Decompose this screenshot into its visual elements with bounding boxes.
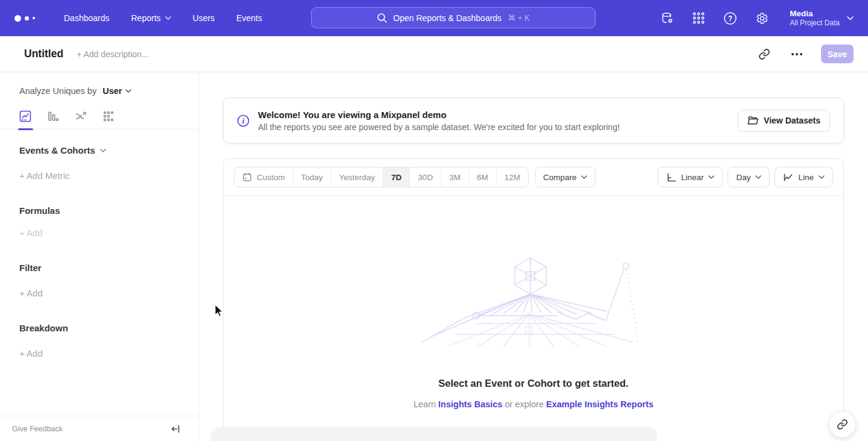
analyze-prefix: Analyze Uniques by [19, 86, 96, 96]
apps-grid-icon [692, 11, 705, 25]
add-formula-button[interactable]: + Add [19, 228, 198, 238]
project-scope: All Project Data [790, 19, 840, 28]
report-title[interactable]: Untitled [24, 48, 63, 60]
mixpanel-logo[interactable] [14, 15, 45, 22]
apps-grid-button[interactable] [691, 10, 706, 26]
bar-chart-tab-icon [47, 110, 59, 122]
gear-icon [755, 11, 769, 25]
demo-banner: i Welcome! You are viewing a Mixpanel de… [223, 98, 844, 143]
date-range-segmented-control: Custom Today Yesterday 7D 30D 3M 6M 12M [234, 167, 529, 187]
search-icon [377, 13, 387, 23]
insights-chart-card: Custom Today Yesterday 7D 30D 3M 6M 12M … [223, 158, 844, 441]
scale-selector[interactable]: Linear [658, 167, 723, 187]
range-6m[interactable]: 6M [468, 167, 496, 187]
compare-button[interactable]: Compare [535, 167, 596, 187]
breakdown-section-title: Breakdown [19, 323, 198, 333]
collapse-left-icon [171, 424, 180, 434]
chart-type-selector[interactable]: Line [775, 167, 833, 187]
range-yesterday[interactable]: Yesterday [331, 167, 383, 187]
empty-state: Select an Event or Cohort to get started… [224, 196, 843, 409]
add-breakdown-button[interactable]: + Add [19, 348, 198, 358]
more-options-icon [791, 53, 802, 55]
tab-bar-chart[interactable] [47, 110, 59, 122]
dots-grid-tab-icon [102, 110, 115, 122]
nav-dashboards[interactable]: Dashboards [64, 13, 110, 23]
empty-state-illustration [419, 256, 648, 346]
tab-flow[interactable] [75, 110, 87, 122]
help-button[interactable]: ? [722, 10, 738, 26]
add-filter-button[interactable]: + Add [19, 288, 198, 298]
folder-icon [747, 116, 758, 125]
chevron-down-icon [847, 16, 854, 20]
analyze-entity-selector[interactable]: User [102, 86, 131, 96]
svg-text:i: i [242, 117, 245, 125]
save-button[interactable]: Save [821, 45, 854, 63]
report-description-placeholder[interactable]: + Add description... [77, 49, 148, 59]
chevron-down-icon [819, 175, 825, 179]
project-switcher[interactable]: Media All Project Data [790, 8, 854, 28]
formulas-section-title: Formulas [19, 205, 198, 216]
nav-events[interactable]: Events [236, 13, 262, 23]
events-cohorts-section-title[interactable]: Events & Cohorts [19, 145, 198, 155]
chevron-down-icon [165, 16, 171, 20]
banner-title: Welcome! You are viewing a Mixpanel demo [258, 110, 620, 120]
collapsed-bottom-panel[interactable] [211, 428, 657, 441]
empty-state-title: Select an Event or Cohort to get started… [224, 378, 843, 389]
line-chart-icon [783, 172, 793, 183]
search-shortcut: ⌘ + K [508, 13, 530, 22]
range-3m[interactable]: 3M [441, 167, 468, 187]
learn-prefix: Learn [414, 399, 436, 409]
interval-selector[interactable]: Day [728, 167, 770, 187]
flow-tab-icon [75, 110, 87, 122]
search-placeholder: Open Reports & Dashboards [393, 13, 502, 23]
range-7d[interactable]: 7D [383, 167, 409, 187]
top-navbar: Dashboards Reports Users Events Open Rep… [0, 0, 868, 36]
svg-text:?: ? [728, 14, 732, 23]
add-metric-button[interactable]: + Add Metric [19, 170, 198, 181]
calendar-icon [242, 172, 252, 182]
range-12m[interactable]: 12M [496, 167, 528, 187]
range-30d[interactable]: 30D [409, 167, 441, 187]
banner-subtitle: All the reports you see are powered by a… [258, 122, 620, 132]
chevron-down-icon [581, 175, 587, 179]
insights-basics-link[interactable]: Insights Basics [438, 399, 502, 409]
database-gear-icon [661, 11, 675, 25]
global-search[interactable]: Open Reports & Dashboards ⌘ + K [311, 7, 596, 28]
share-link-fab[interactable] [829, 411, 856, 438]
chevron-down-icon [100, 149, 106, 152]
range-today[interactable]: Today [293, 167, 331, 187]
tab-retention-grid[interactable] [102, 110, 115, 122]
range-custom[interactable]: Custom [234, 167, 293, 187]
explore-middle-text: or explore [505, 399, 543, 409]
report-header: Untitled + Add description... Save [0, 36, 868, 72]
chevron-down-icon [755, 175, 761, 179]
nav-users[interactable]: Users [193, 13, 215, 23]
filter-section-title: Filter [19, 263, 198, 273]
query-builder-sidebar: Analyze Uniques by User [0, 72, 199, 441]
chart-toolbar: Custom Today Yesterday 7D 30D 3M 6M 12M … [224, 159, 843, 196]
tab-insights-line[interactable] [19, 110, 31, 122]
info-icon: i [237, 114, 250, 127]
give-feedback-link[interactable]: Give Feedback [12, 425, 63, 433]
help-icon: ? [723, 11, 737, 25]
chevron-down-icon [125, 89, 131, 93]
project-name: Media [790, 8, 840, 19]
selected-tab-indicator [18, 128, 33, 130]
axis-icon [666, 172, 676, 183]
view-datasets-button[interactable]: View Datasets [738, 110, 830, 132]
link-icon [758, 48, 770, 60]
settings-button[interactable] [753, 10, 769, 26]
link-icon [837, 419, 848, 430]
example-insights-reports-link[interactable]: Example Insights Reports [546, 399, 653, 409]
more-options-button[interactable] [788, 46, 805, 63]
copy-link-button[interactable] [756, 46, 773, 63]
nav-reports[interactable]: Reports [131, 13, 171, 23]
collapse-sidebar-button[interactable] [171, 424, 180, 434]
line-chart-tab-icon [19, 110, 31, 122]
data-management-button[interactable] [659, 10, 675, 26]
report-canvas: i Welcome! You are viewing a Mixpanel de… [199, 72, 868, 441]
chevron-down-icon [708, 175, 714, 179]
